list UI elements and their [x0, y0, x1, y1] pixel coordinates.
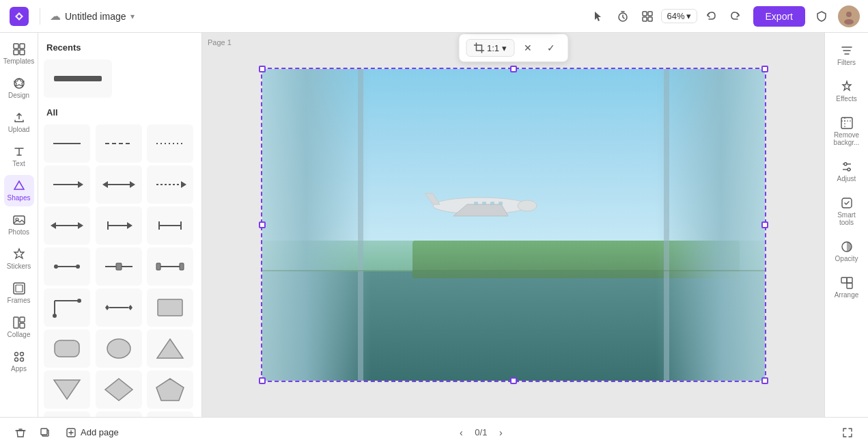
svg-rect-17: [16, 285, 23, 292]
shape-end-handles[interactable]: [147, 247, 193, 286]
page-prev-button[interactable]: ‹: [453, 424, 469, 441]
svg-point-56: [77, 299, 81, 303]
export-button[interactable]: Export: [753, 6, 805, 27]
shape-dotted-arrow[interactable]: [147, 165, 193, 204]
arrange-label: Arrange: [835, 291, 859, 299]
title-chevron-icon[interactable]: ▾: [130, 12, 135, 21]
shape-rounded-rect[interactable]: [44, 329, 90, 368]
sidebar-item-stickers[interactable]: Stickers: [4, 243, 34, 275]
right-panel-effects[interactable]: Effects: [829, 74, 865, 108]
shape-circle[interactable]: [96, 329, 142, 368]
svg-point-55: [53, 314, 57, 318]
shape-dashed-line[interactable]: [96, 124, 142, 163]
right-panel-arrange[interactable]: Arrange: [829, 271, 865, 304]
svg-marker-64: [54, 380, 80, 399]
apps-label: Apps: [11, 365, 27, 373]
svg-marker-13: [14, 181, 24, 189]
topbar-tools: 64% ▾: [587, 5, 746, 27]
shape-dotted-line[interactable]: [147, 124, 193, 163]
add-page-button[interactable]: Add page: [60, 424, 124, 441]
sidebar-item-shapes[interactable]: Shapes: [4, 175, 34, 206]
crop-confirm-button[interactable]: ✓: [542, 38, 561, 57]
sidebar-item-upload[interactable]: Upload: [4, 107, 34, 138]
handle-top-left[interactable]: [259, 66, 266, 72]
delete-page-button[interactable]: [11, 423, 30, 442]
grid-tool-button[interactable]: [636, 5, 658, 27]
shape-triangle[interactable]: [147, 329, 193, 368]
shape-dbl-bar-arrow[interactable]: [147, 206, 193, 245]
recent-shape-cell[interactable]: [44, 59, 112, 98]
sidebar-item-templates[interactable]: Templates: [4, 38, 34, 70]
shield-button[interactable]: [811, 5, 832, 27]
handle-bot-right[interactable]: [761, 377, 768, 384]
door-right: [656, 69, 765, 381]
shape-bar-arrow[interactable]: [96, 206, 142, 245]
design-label: Design: [8, 92, 29, 100]
svg-rect-25: [54, 76, 102, 81]
zoom-control[interactable]: 64% ▾: [661, 9, 697, 23]
svg-rect-20: [20, 323, 25, 328]
svg-rect-84: [841, 118, 852, 128]
sidebar-item-apps[interactable]: Apps: [4, 346, 34, 377]
svg-rect-51: [156, 263, 160, 270]
handle-top-mid[interactable]: [510, 66, 517, 72]
page-next-button[interactable]: ›: [492, 424, 509, 441]
shape-rectangle[interactable]: [147, 288, 193, 327]
undo-button[interactable]: [700, 5, 722, 27]
shape-hexagon-flat[interactable]: [44, 411, 90, 417]
sidebar-item-collage[interactable]: Collage: [4, 312, 34, 343]
redo-button[interactable]: [725, 5, 746, 27]
main-area: Templates Design Upload Text Shapes Phot…: [0, 33, 868, 417]
shape-arrow-right[interactable]: [44, 165, 90, 204]
cursor-tool-button[interactable]: [587, 5, 609, 27]
shape-pentagon[interactable]: [147, 370, 193, 409]
shape-solid-line[interactable]: [44, 124, 90, 163]
handle-bot-mid[interactable]: [510, 377, 517, 384]
shape-diamond-ends[interactable]: [96, 288, 142, 327]
svg-rect-49: [116, 263, 122, 270]
handle-mid-right[interactable]: [761, 221, 768, 228]
shape-corner-line[interactable]: [44, 288, 90, 327]
handle-mid-left[interactable]: [259, 221, 266, 228]
sidebar-item-design[interactable]: Design: [4, 72, 34, 104]
shape-diamond[interactable]: [96, 370, 142, 409]
handle-bot-left[interactable]: [259, 377, 266, 384]
shape-hexagon-pointed[interactable]: [96, 411, 142, 417]
svg-marker-37: [51, 222, 56, 229]
right-panel-filters[interactable]: Filters: [829, 38, 865, 72]
sidebar-item-photos[interactable]: Photos: [4, 209, 34, 241]
svg-rect-4: [643, 17, 647, 21]
shape-double-arrow[interactable]: [96, 165, 142, 204]
fullscreen-button[interactable]: [838, 423, 857, 442]
topbar-title-area: ☁ Untitled image ▾: [50, 10, 580, 23]
svg-marker-32: [130, 181, 135, 188]
sidebar-item-text[interactable]: Text: [4, 141, 34, 172]
crop-cancel-button[interactable]: ✕: [518, 38, 537, 57]
shape-mid-handle[interactable]: [96, 247, 142, 286]
shape-resize-line[interactable]: [44, 247, 90, 286]
svg-point-7: [844, 19, 854, 25]
right-panel-opacity[interactable]: Opacity: [829, 234, 865, 268]
sidebar-item-frames[interactable]: Frames: [4, 277, 34, 309]
text-label: Text: [12, 160, 25, 168]
svg-marker-35: [181, 181, 186, 188]
svg-rect-81: [482, 202, 486, 205]
canvas-image-container[interactable]: [261, 68, 766, 382]
svg-point-88: [844, 163, 847, 165]
duplicate-page-button[interactable]: [36, 423, 55, 442]
topbar: ☁ Untitled image ▾ 64% ▾ Export: [0, 0, 868, 33]
svg-point-21: [14, 353, 18, 356]
handle-top-right[interactable]: [761, 66, 768, 72]
user-avatar[interactable]: [838, 5, 860, 27]
cloud-icon: ☁: [50, 10, 61, 23]
document-title[interactable]: Untitled image: [65, 11, 126, 22]
timer-tool-button[interactable]: [612, 5, 634, 27]
right-panel-adjust[interactable]: Adjust: [829, 154, 865, 188]
shape-lr-arrow[interactable]: [44, 206, 90, 245]
right-panel-remove-bg[interactable]: Remove backgr...: [829, 111, 865, 152]
opacity-icon: [840, 240, 854, 254]
shape-octagon[interactable]: [147, 411, 193, 417]
shape-triangle-down[interactable]: [44, 370, 90, 409]
right-panel-smart-tools[interactable]: Smart tools: [829, 191, 865, 232]
crop-ratio-button[interactable]: 1:1 ▾: [466, 39, 514, 57]
